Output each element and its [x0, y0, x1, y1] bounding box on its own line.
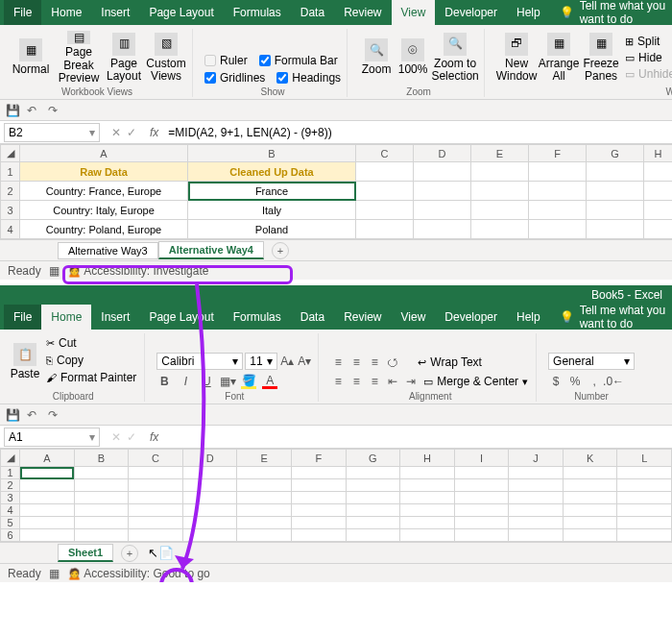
cell[interactable] [182, 504, 237, 517]
col-header-K[interactable]: K [563, 450, 617, 467]
name-box[interactable]: B2▾ [4, 123, 100, 142]
fx-icon[interactable]: fx [144, 126, 164, 139]
tab-data[interactable]: Data [291, 305, 334, 330]
underline-button[interactable]: U [199, 374, 214, 389]
cell[interactable] [237, 492, 292, 504]
cell[interactable] [454, 504, 509, 517]
cell[interactable] [292, 479, 347, 492]
cell[interactable] [529, 182, 587, 201]
cell[interactable] [471, 201, 529, 220]
save-icon[interactable]: 💾 [6, 104, 19, 117]
row-header-6[interactable]: 6 [1, 529, 20, 542]
cell[interactable] [587, 201, 644, 220]
new-sheet-button[interactable]: + [121, 545, 138, 562]
increase-font-icon[interactable]: A▴ [279, 354, 295, 369]
cell[interactable] [617, 504, 672, 517]
zoom-100-button[interactable]: ⦾100% [396, 31, 430, 85]
cell[interactable] [454, 467, 509, 479]
tab-insert[interactable]: Insert [91, 305, 139, 330]
align-left-icon[interactable]: ≡ [330, 374, 346, 389]
cell[interactable] [644, 220, 673, 239]
cell[interactable] [74, 517, 129, 529]
cell[interactable] [292, 529, 347, 542]
cell[interactable] [182, 529, 237, 542]
cell[interactable] [129, 504, 183, 517]
cell[interactable] [129, 479, 183, 492]
row-header-1[interactable]: 1 [1, 467, 20, 479]
row-header-4[interactable]: 4 [1, 220, 20, 239]
page-layout-button[interactable]: ▥Page Layout [104, 31, 144, 85]
font-name-select[interactable]: Calibri▾ [156, 353, 243, 370]
cell[interactable] [563, 467, 617, 479]
redo-icon[interactable]: ↷ [48, 104, 61, 117]
col-header-C[interactable]: C [356, 145, 414, 162]
number-format-select[interactable]: General▾ [548, 353, 635, 370]
cell[interactable] [509, 479, 564, 492]
cell[interactable] [529, 220, 587, 239]
align-middle-icon[interactable]: ≡ [348, 355, 364, 370]
row-header-3[interactable]: 3 [1, 201, 20, 220]
tab-developer[interactable]: Developer [435, 0, 507, 25]
cell[interactable] [20, 517, 75, 529]
cell[interactable] [182, 479, 237, 492]
cell[interactable] [400, 479, 455, 492]
cell[interactable] [509, 467, 564, 479]
cell[interactable] [414, 220, 471, 239]
ruler-checkbox[interactable]: Ruler [204, 54, 248, 67]
macro-icon[interactable]: ▦ [49, 264, 60, 278]
cell[interactable] [471, 182, 529, 201]
cell[interactable] [563, 479, 617, 492]
cell[interactable] [20, 492, 75, 504]
cell[interactable] [454, 492, 509, 504]
cell[interactable] [237, 479, 292, 492]
cell[interactable] [356, 182, 414, 201]
col-header-A[interactable]: A [20, 450, 75, 467]
cell[interactable] [454, 529, 509, 542]
cell-B1[interactable]: Cleaned Up Data [188, 162, 356, 182]
cell[interactable] [182, 467, 237, 479]
paste-button[interactable]: 📋Paste [8, 335, 42, 389]
undo-icon[interactable]: ↶ [27, 104, 40, 117]
cell[interactable] [509, 492, 564, 504]
zoom-button[interactable]: 🔍Zoom [359, 31, 394, 85]
cell[interactable] [563, 492, 617, 504]
cell[interactable] [237, 504, 292, 517]
cell[interactable] [563, 504, 617, 517]
tab-formulas[interactable]: Formulas [224, 0, 291, 25]
cell[interactable] [400, 504, 455, 517]
cell[interactable] [346, 529, 400, 542]
col-header-H[interactable]: H [644, 145, 673, 162]
bold-button[interactable]: B [156, 374, 172, 389]
cell[interactable] [129, 529, 183, 542]
font-size-select[interactable]: 11▾ [245, 353, 277, 370]
cell[interactable] [237, 517, 292, 529]
cell[interactable] [292, 492, 347, 504]
cell[interactable] [454, 517, 509, 529]
cell[interactable] [529, 162, 587, 182]
cell[interactable] [129, 517, 183, 529]
cell-A3[interactable]: Country: Italy, Europe [20, 201, 188, 220]
col-header-B[interactable]: B [188, 145, 356, 162]
formula-input[interactable] [164, 430, 672, 444]
tell-me-search[interactable]: 💡 Tell me what you want to do [550, 304, 668, 330]
freeze-panes-button[interactable]: ▦Freeze Panes [581, 31, 621, 85]
tab-view[interactable]: View [392, 305, 436, 330]
cell[interactable] [346, 517, 400, 529]
undo-icon[interactable]: ↶ [27, 408, 40, 422]
cell[interactable] [356, 162, 414, 182]
cell[interactable] [414, 201, 471, 220]
col-header-G[interactable]: G [587, 145, 644, 162]
cell[interactable] [563, 517, 617, 529]
select-all-corner[interactable]: ◢ [1, 145, 20, 162]
formula-bar-checkbox[interactable]: Formula Bar [259, 54, 338, 67]
gridlines-checkbox[interactable]: Gridlines [204, 71, 265, 85]
copy-button[interactable]: ⎘ Copy [44, 353, 138, 368]
cell[interactable] [529, 201, 587, 220]
sheet-tab-sheet1[interactable]: Sheet1 [58, 544, 113, 562]
cell[interactable] [237, 467, 292, 479]
cell[interactable] [346, 504, 400, 517]
cell[interactable] [414, 182, 471, 201]
cell[interactable] [644, 201, 673, 220]
tab-file[interactable]: File [4, 0, 41, 25]
cell[interactable] [414, 162, 471, 182]
